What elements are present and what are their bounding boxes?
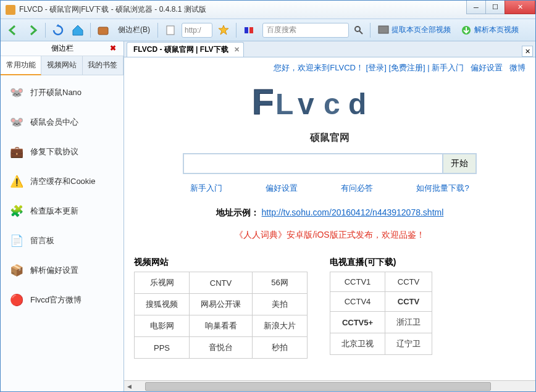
sidebar-item-icon: 📦 (9, 263, 24, 278)
download-icon (461, 25, 472, 36)
star-icon[interactable] (215, 22, 232, 39)
site-cell[interactable]: 秒拍 (253, 337, 308, 359)
site-cell[interactable]: 音悦台 (190, 337, 253, 359)
sidebar-item-label: Flvcd官方微博 (30, 294, 82, 306)
sidebar-tabs: 常用功能视频网站我的书签 (1, 56, 124, 75)
login-link[interactable]: [登录] (366, 63, 387, 72)
quicklink-0[interactable]: 新手入门 (190, 183, 222, 194)
sidebar-item-icon: 💼 (9, 144, 24, 159)
tv-cell[interactable]: CCTV4 (330, 292, 385, 312)
sidebar-item-1[interactable]: 🐭硕鼠会员中心 (1, 107, 124, 137)
quicklink-3[interactable]: 如何批量下载? (416, 183, 469, 194)
tv-cell[interactable]: CCTV (385, 272, 432, 292)
sidebar-item-7[interactable]: 🔴Flvcd官方微博 (1, 285, 124, 315)
sidebar-item-label: 硕鼠会员中心 (30, 117, 78, 128)
video-sites-heading: 视频网站 (134, 257, 308, 268)
sidebar-item-icon: 🔴 (9, 293, 24, 307)
site-cell[interactable]: 美拍 (253, 294, 308, 315)
extract-videos-button[interactable]: 提取本页全部视频 (374, 25, 454, 36)
sidebar-close-icon[interactable]: ✖ (110, 44, 120, 54)
site-cell[interactable]: PPS (135, 337, 190, 359)
logo-subtitle: 硕鼠官网 (134, 131, 526, 144)
main-search: 开始 (134, 153, 526, 174)
svg-text:d: d (348, 88, 366, 120)
site-cell[interactable]: 响巢看看 (190, 315, 253, 337)
tab-close-icon[interactable]: ✕ (234, 46, 240, 54)
sidebar-item-3[interactable]: ⚠️清空缓存和Cookie (1, 167, 124, 196)
sidebar-item-6[interactable]: 📦解析偏好设置 (1, 256, 124, 285)
svg-point-4 (355, 27, 360, 31)
tv-cell[interactable]: 辽宁卫 (385, 333, 432, 355)
site-cell[interactable]: 搜狐视频 (135, 294, 190, 315)
site-cell[interactable]: 新浪大片 (253, 315, 308, 337)
tv-cell[interactable]: CCTV (385, 292, 432, 312)
sidebar-item-label: 打开硕鼠Nano (30, 87, 82, 98)
sidebar-item-4[interactable]: 🧩检查版本更新 (1, 196, 124, 226)
register-link[interactable]: [免费注册] (388, 63, 425, 72)
quicklink-1[interactable]: 偏好设置 (266, 183, 298, 194)
search-engine-icon[interactable] (240, 22, 258, 39)
sidebar-item-icon: ⚠️ (9, 174, 24, 189)
sidebar-tab-1[interactable]: 视频网站 (41, 56, 82, 75)
search-input[interactable]: 百度搜索 (262, 23, 349, 38)
sidebar-item-label: 解析偏好设置 (30, 265, 78, 276)
reload-button[interactable] (49, 22, 67, 39)
tabstrip-close-icon[interactable]: ✕ (522, 46, 533, 57)
sidebar-tab-0[interactable]: 常用功能 (1, 56, 41, 75)
browser-tab[interactable]: FLVCD - 硕鼠官网 | FLV下载 ✕ (127, 42, 244, 57)
newbie-link[interactable]: 新手入门 (432, 63, 464, 72)
folder-icon[interactable] (94, 22, 112, 39)
forward-button[interactable] (24, 22, 41, 39)
sidebar-item-icon: 📄 (9, 233, 24, 248)
search-button[interactable] (351, 23, 366, 38)
titlebar: FLVCD - 硕鼠官网|FLV下载 - 硕鼠浏览器 - 0.4.8.1 测试版… (1, 1, 535, 19)
tv-cell[interactable]: 北京卫视 (330, 333, 385, 355)
sidebar-tab-2[interactable]: 我的书签 (83, 56, 124, 75)
site-cell[interactable]: 56网 (253, 272, 308, 294)
sidebar-toggle[interactable]: 侧边栏(B) (114, 25, 154, 35)
tv-cell[interactable]: CCTV5+ (330, 312, 385, 333)
sidebar-item-label: 清空缓存和Cookie (30, 176, 95, 187)
tv-cell[interactable]: 浙江卫 (385, 312, 432, 333)
start-button[interactable]: 开始 (442, 153, 477, 174)
example-url-link[interactable]: http://tv.sohu.com/20160412/n443912078.s… (262, 207, 444, 217)
prefs-link[interactable]: 偏好设置 (471, 63, 503, 72)
svg-line-5 (359, 31, 362, 34)
sidebar-item-label: 检查版本更新 (30, 206, 78, 217)
announcement: 《人人词典》安卓版/iOS版正式发布，欢迎品鉴！ (134, 230, 526, 241)
url-example: 地址示例： http://tv.sohu.com/20160412/n44391… (134, 207, 526, 219)
svg-rect-0 (98, 27, 108, 35)
sidebar-item-icon: 🧩 (9, 204, 24, 219)
sidebar-item-icon: 🐭 (9, 115, 24, 130)
tv-live-table: CCTV1CCTVCCTV4CCTVCCTV5+浙江卫北京卫视辽宁卫 (330, 272, 432, 355)
svg-rect-2 (245, 27, 248, 33)
top-nav: 您好，欢迎来到FLVCD！ [登录] [免费注册] | 新手入门 偏好设置 微博 (134, 62, 526, 73)
svg-rect-6 (379, 26, 388, 33)
maximize-button[interactable]: ☐ (485, 1, 505, 14)
tv-cell[interactable]: CCTV1 (330, 272, 385, 292)
sidebar-item-0[interactable]: 🐭打开硕鼠Nano (1, 78, 124, 107)
sidebar-item-icon: 🐭 (9, 85, 24, 100)
page-content[interactable]: 您好，欢迎来到FLVCD！ [登录] [免费注册] | 新手入门 偏好设置 微博… (124, 57, 535, 391)
quicklink-2[interactable]: 有问必答 (341, 183, 373, 194)
sidebar-item-2[interactable]: 💼修复下载协议 (1, 137, 124, 167)
site-cell[interactable]: CNTV (190, 272, 253, 294)
video-sites-table: 乐视网CNTV56网搜狐视频网易公开课美拍电影网响巢看看新浪大片PPS音悦台秒拍 (134, 272, 308, 359)
sidebar-item-5[interactable]: 📄留言板 (1, 226, 124, 256)
back-button[interactable] (4, 22, 22, 39)
site-cell[interactable]: 乐视网 (135, 272, 190, 294)
site-cell[interactable]: 网易公开课 (190, 294, 253, 315)
svg-text:v: v (298, 88, 314, 120)
close-button[interactable]: ✕ (505, 1, 535, 14)
app-icon (6, 5, 15, 15)
parse-video-button[interactable]: 解析本页视频 (457, 25, 522, 36)
site-cell[interactable]: 电影网 (135, 315, 190, 337)
minimize-button[interactable]: ─ (466, 1, 486, 14)
tab-strip: FLVCD - 硕鼠官网 | FLV下载 ✕ ✕ (124, 41, 535, 57)
sidebar-item-label: 留言板 (30, 235, 54, 246)
home-button[interactable] (69, 22, 86, 39)
url-input[interactable]: http:/ (182, 23, 212, 38)
weibo-link[interactable]: 微博 (509, 63, 526, 72)
horizontal-scrollbar[interactable]: ◀ (124, 380, 535, 391)
video-url-input[interactable] (183, 153, 442, 174)
